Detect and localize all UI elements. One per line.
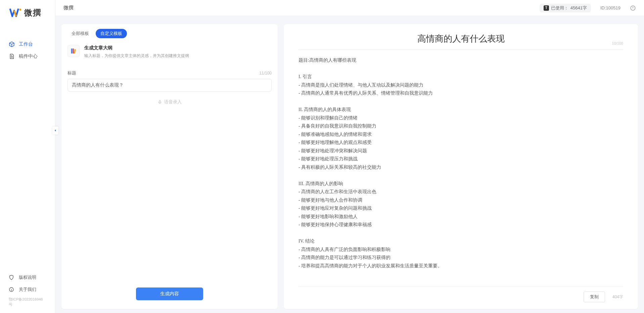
tab-custom-templates[interactable]: 自定义模板 — [96, 29, 127, 38]
svg-rect-5 — [74, 49, 76, 53]
svg-rect-4 — [73, 49, 74, 54]
sidebar-item-about[interactable]: 关于我们 — [0, 283, 55, 296]
template-card: 生成文章大纲 输入标题，为你提供文章主体的灵感，并为其创建推文提纲 — [61, 40, 278, 62]
template-title: 生成文章大纲 — [84, 45, 189, 51]
title-label: 标题 — [67, 70, 76, 76]
svg-point-0 — [19, 9, 21, 11]
topbar: 微撰 T 已使用： 45641字 ID:100519 — [55, 0, 644, 16]
sidebar-bottom: 版权说明 关于我们 鄂ICP备2022016946号 — [0, 271, 55, 313]
sidebar-item-label: 关于我们 — [19, 286, 36, 293]
books-icon — [67, 45, 80, 57]
sidebar-item-drafts[interactable]: 稿件中心 — [0, 50, 55, 62]
microphone-icon — [157, 100, 162, 104]
output-body[interactable]: 题目:高情商的人有哪些表现 I. 引言 - 高情商是指人们处理情绪、与他人互动以… — [284, 50, 638, 286]
voice-input-button[interactable]: 语音录入 — [67, 92, 272, 112]
power-icon[interactable] — [630, 5, 636, 11]
sidebar-nav: 工作台 稿件中心 — [0, 30, 55, 271]
brand-logo: 微撰 — [0, 0, 55, 30]
sidebar-item-label: 版权说明 — [19, 274, 36, 280]
output-title-count: 10/100 — [612, 41, 623, 45]
logo-mark-icon — [9, 7, 22, 18]
sidebar-item-workbench[interactable]: 工作台 — [0, 38, 55, 50]
voice-input-label: 语音录入 — [164, 99, 182, 105]
generate-button[interactable]: 生成内容 — [136, 288, 203, 300]
page-title: 微撰 — [63, 5, 74, 11]
template-tabs: 全部模板 自定义模板 — [61, 24, 278, 40]
user-id: ID:100519 — [600, 5, 620, 10]
cube-icon — [9, 41, 15, 47]
copy-button[interactable]: 复制 — [584, 292, 605, 302]
shield-icon — [9, 275, 15, 280]
title-input[interactable] — [67, 79, 272, 92]
t-badge-icon: T — [544, 5, 549, 11]
sidebar-collapse-handle[interactable] — [52, 126, 58, 135]
usage-value: 45641字 — [570, 5, 587, 11]
icp-text: 鄂ICP备2022016946号 — [0, 296, 55, 310]
usage-prefix: 已使用： — [551, 5, 568, 11]
svg-rect-3 — [71, 49, 73, 54]
usage-pill[interactable]: T 已使用： 45641字 — [540, 4, 591, 12]
sidebar-item-label: 稿件中心 — [19, 53, 38, 59]
main-area: 微撰 T 已使用： 45641字 ID:100519 全部模板 自定义模板 — [55, 0, 644, 313]
document-icon — [9, 53, 15, 59]
output-word-count: 404字 — [612, 294, 623, 300]
template-desc: 输入标题，为你提供文章主体的灵感，并为其创建推文提纲 — [84, 53, 189, 59]
info-icon — [9, 287, 15, 292]
brand-name: 微撰 — [24, 7, 42, 18]
output-panel: 高情商的人有什么表现 10/100 题目:高情商的人有哪些表现 I. 引言 - … — [284, 24, 638, 309]
title-char-count: 11/100 — [259, 71, 272, 75]
sidebar: 微撰 工作台 稿件中心 版权说明 — [0, 0, 55, 313]
output-title: 高情商的人有什么表现 — [298, 33, 623, 45]
svg-rect-6 — [159, 100, 160, 102]
tab-all-templates[interactable]: 全部模板 — [67, 29, 94, 38]
sidebar-item-label: 工作台 — [19, 41, 33, 47]
input-panel: 全部模板 自定义模板 生成文章大纲 输入标题，为你提供文章主体的灵感，并为其创建… — [61, 24, 278, 309]
sidebar-item-copyright[interactable]: 版权说明 — [0, 271, 55, 283]
